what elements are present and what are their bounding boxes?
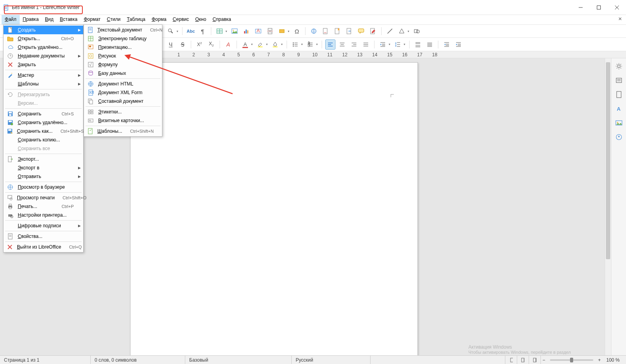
sidebar-navigator-icon[interactable] (613, 132, 624, 143)
menu-файл[interactable]: Файл (2, 15, 20, 24)
dropdown-icon[interactable]: ▾ (404, 43, 405, 46)
indent-inc-icon[interactable] (453, 39, 464, 50)
clear-format-icon[interactable]: A (223, 39, 233, 50)
create-menu-item-2[interactable]: Презентацию... (84, 43, 162, 52)
shapes-icon[interactable] (397, 26, 407, 36)
image-icon[interactable] (229, 26, 240, 36)
status-words[interactable]: 0 слов, 0 символов (91, 356, 185, 364)
menu-окно[interactable]: Окно (192, 15, 209, 24)
status-style[interactable]: Базовый (185, 356, 292, 364)
dropdown-icon[interactable]: ▾ (177, 30, 178, 33)
bullets-icon[interactable] (290, 39, 300, 50)
menu-форма[interactable]: Форма (149, 15, 170, 24)
file-menu-item-6[interactable]: Мастер▶ (4, 71, 83, 80)
create-menu-item-1[interactable]: Электронную таблицу (84, 34, 162, 43)
zoom-out-button[interactable]: − (541, 356, 547, 364)
align-justify-icon[interactable] (361, 39, 371, 50)
file-menu-item-28[interactable]: Цифровые подписи▶ (4, 221, 83, 230)
close-window-button[interactable] (608, 0, 626, 15)
dropdown-icon[interactable]: ▾ (316, 43, 318, 46)
sidebar-properties-icon[interactable] (613, 75, 624, 86)
indent-dec-icon[interactable] (442, 39, 452, 50)
field-icon[interactable] (277, 26, 287, 36)
dropdown-icon[interactable]: ▾ (288, 30, 289, 33)
file-menu-item-14[interactable]: Сохранить как...Ctrl+Shift+S (4, 127, 83, 136)
minimize-button[interactable] (572, 0, 590, 15)
file-menu-item-19[interactable]: Экспорт в▶ (4, 163, 83, 172)
create-menu-item-14[interactable]: Шаблоны...Ctrl+Shift+N (84, 127, 162, 136)
pilcrow-icon[interactable]: ¶ (197, 26, 208, 36)
draw-functions-icon[interactable] (412, 26, 422, 36)
table-icon[interactable] (214, 26, 225, 36)
file-menu-item-25[interactable]: Печать...Ctrl+P (4, 202, 83, 211)
file-menu-item-18[interactable]: Экспорт... (4, 155, 83, 163)
page-break-icon[interactable] (265, 26, 275, 36)
create-menu-item-3[interactable]: Рисунок (84, 52, 162, 60)
textbox-icon[interactable]: A (253, 26, 263, 36)
highlight-icon[interactable] (255, 39, 265, 50)
file-menu-item-26[interactable]: Настройки принтера... (4, 211, 83, 219)
file-menu-item-0[interactable]: Создать▶ (4, 26, 83, 34)
menu-сервис[interactable]: Сервис (170, 15, 192, 24)
dropdown-icon[interactable]: ▾ (301, 43, 303, 46)
align-center-icon[interactable] (337, 39, 347, 50)
menu-правка[interactable]: Правка (20, 15, 42, 24)
file-menu-item-24[interactable]: Просмотр печатиCtrl+Shift+O (4, 193, 83, 202)
sidebar-styles-icon[interactable]: A (613, 103, 624, 114)
zoom-in-button[interactable]: + (596, 356, 602, 364)
create-menu-item-8[interactable]: xmlДокумент XML Form (84, 88, 162, 97)
para-spacing-dec-icon[interactable] (425, 39, 435, 50)
underline-icon[interactable]: Ч (166, 39, 176, 50)
line-spacing-icon[interactable] (393, 39, 403, 50)
file-menu-item-7[interactable]: Шаблоны▶ (4, 80, 83, 88)
menu-таблица[interactable]: Таблица (124, 15, 149, 24)
sidebar-page-icon[interactable] (613, 89, 624, 100)
dropdown-icon[interactable]: ▾ (225, 30, 227, 33)
strikethrough-icon[interactable]: Ꞩ (177, 39, 188, 50)
file-menu-item-12[interactable]: СохранитьCtrl+S (4, 110, 83, 118)
file-menu-item-2[interactable]: Открыть удалённо... (4, 43, 83, 52)
menu-вид[interactable]: Вид (42, 15, 57, 24)
bookmark-icon[interactable] (332, 26, 343, 36)
file-menu-item-13[interactable]: Сохранить удалённо... (4, 118, 83, 127)
track-changes-icon[interactable] (368, 26, 378, 36)
file-menu-item-22[interactable]: Просмотр в браузере (4, 183, 83, 191)
zoom-slider[interactable] (550, 359, 593, 361)
align-right-icon[interactable] (349, 39, 359, 50)
create-menu-item-11[interactable]: Этикетки... (84, 108, 162, 116)
sidebar-gallery-icon[interactable] (613, 117, 624, 128)
status-view-book-icon[interactable] (529, 356, 541, 364)
file-menu-item-3[interactable]: Недавние документы▶ (4, 52, 83, 60)
menu-стили[interactable]: Стили (104, 15, 124, 24)
hyperlink-icon[interactable] (309, 26, 319, 36)
footnote-icon[interactable] (320, 26, 331, 36)
create-menu-item-7[interactable]: Документ HTML (84, 80, 162, 88)
close-document-button[interactable]: ✕ (618, 16, 622, 22)
menu-формат[interactable]: Формат (80, 15, 104, 24)
comment-icon[interactable] (356, 26, 366, 36)
line-icon[interactable] (385, 26, 395, 36)
create-menu-item-4[interactable]: √Формулу (84, 60, 162, 69)
menu-вставка[interactable]: Вставка (57, 15, 81, 24)
dropdown-icon[interactable]: ▾ (266, 43, 268, 46)
file-menu-item-32[interactable]: Выйти из LibreOfficeCtrl+Q (4, 243, 83, 251)
special-char-icon[interactable]: Ω (292, 26, 302, 36)
file-menu-item-4[interactable]: Закрыть (4, 60, 83, 69)
menu-справка[interactable]: Справка (209, 15, 234, 24)
create-menu-item-0[interactable]: Текстовый документCtrl+N (84, 26, 162, 34)
vertical-scrollbar[interactable] (605, 58, 611, 355)
status-view-multi-icon[interactable] (517, 356, 529, 364)
dropdown-icon[interactable]: ▾ (281, 43, 283, 46)
spellcheck-icon[interactable]: Abc (186, 26, 196, 36)
create-menu-item-12[interactable]: Визитные карточки... (84, 116, 162, 125)
para-spacing-inc-icon[interactable] (413, 39, 423, 50)
file-menu-item-1[interactable]: Открыть...Ctrl+O (4, 34, 83, 43)
indent-increase-icon[interactable] (378, 39, 388, 50)
cross-ref-icon[interactable] (344, 26, 354, 36)
numbering-icon[interactable]: 123 (305, 39, 315, 50)
create-menu-item-9[interactable]: Составной документ (84, 97, 162, 106)
file-menu-item-15[interactable]: Сохранить копию... (4, 136, 83, 144)
sidebar-settings-icon[interactable] (613, 61, 624, 72)
chart-icon[interactable] (241, 26, 252, 36)
scrollbar-thumb[interactable] (606, 62, 610, 259)
